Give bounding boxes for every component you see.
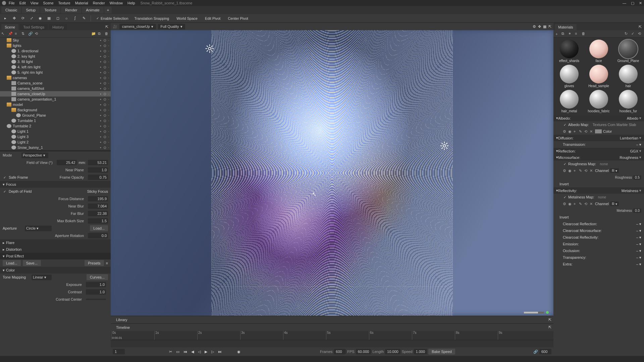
tab-animate[interactable]: Animate: [82, 7, 103, 13]
tree-item[interactable]: Turntable 2•⊙·: [0, 123, 111, 129]
quality-dropdown[interactable]: Full Quality▾: [158, 24, 185, 29]
clear-icon[interactable]: ✕: [590, 202, 594, 206]
presets-button[interactable]: Presets: [85, 260, 104, 266]
step-back-icon[interactable]: ◀: [190, 349, 195, 355]
edit-icon[interactable]: ✎: [579, 169, 583, 173]
tree-item[interactable]: cameras•⊙·: [0, 75, 111, 80]
speed-value[interactable]: 1.000: [414, 349, 427, 354]
menu-file[interactable]: File: [9, 1, 15, 5]
section-microsurface[interactable]: ▾ Microsurface:Roughness ▾: [553, 154, 644, 161]
section-focus[interactable]: ▾Focus: [0, 181, 111, 188]
section-reflectivity[interactable]: ▾ Reflectivity:Metalness ▾: [553, 187, 644, 194]
frames-value[interactable]: 600: [334, 349, 346, 354]
section-diffusion[interactable]: ▾ Diffusion:Lambertian ▾: [553, 135, 644, 141]
tree-item[interactable]: 4. left rim light•⊙·: [0, 64, 111, 70]
tree-item[interactable]: 1. directional•⊙·: [0, 48, 111, 54]
tab-texture[interactable]: Texture: [40, 7, 60, 13]
lasso-tool-icon[interactable]: ʃ: [72, 15, 78, 22]
tree-item[interactable]: camera_fullShot•⊙·: [0, 86, 111, 91]
library-icon[interactable]: ≡: [575, 32, 580, 36]
menu-render[interactable]: Render: [93, 1, 105, 5]
material-swatch[interactable]: effect_shards: [555, 40, 583, 63]
extra-label[interactable]: Extra:: [563, 262, 573, 266]
popout-timeline-icon[interactable]: ⇱: [548, 325, 551, 329]
play-icon[interactable]: ▶: [203, 349, 209, 355]
menu-help[interactable]: Help: [127, 1, 135, 5]
add-material-icon[interactable]: ＋: [555, 32, 559, 36]
expand-icon[interactable]: ✥: [538, 24, 541, 29]
contrast-value[interactable]: 1.0: [86, 289, 106, 295]
tree-item[interactable]: camera_presentation_1•⊙·: [0, 97, 111, 102]
tab-tool-settings[interactable]: Tool Settings: [20, 24, 48, 30]
tree-item[interactable]: Light 2•⊙·: [0, 139, 111, 145]
menu-scene[interactable]: Scene: [43, 1, 53, 5]
material-swatch[interactable]: hoodies_fur: [614, 90, 642, 113]
section-flare[interactable]: ▸Flare: [0, 239, 111, 246]
invert-label[interactable]: Invert: [556, 215, 569, 219]
curves-button[interactable]: Curves...: [87, 274, 108, 280]
merge-icon[interactable]: ✶: [568, 32, 573, 36]
tree-item[interactable]: lights•⊙·: [0, 43, 111, 48]
select-tool-icon[interactable]: ▸: [2, 15, 9, 22]
cut-icon[interactable]: ✂: [168, 349, 173, 355]
tree-item[interactable]: camera_closeUp•⊙·: [0, 91, 111, 97]
clearcoat-reflection-label[interactable]: Clearcoat Reflection:: [563, 222, 597, 226]
near-plane-value[interactable]: 1.0: [88, 167, 108, 173]
tree-item[interactable]: model•⊙·: [0, 102, 111, 107]
pick-icon[interactable]: ⌖: [574, 169, 578, 173]
roughness-map-value[interactable]: none: [600, 162, 608, 166]
frame-opacity-value[interactable]: 0.75: [88, 175, 108, 180]
go-start-icon[interactable]: ⏮: [182, 349, 189, 354]
grid-icon[interactable]: ▦: [543, 24, 546, 29]
tree-item[interactable]: 3. fill light•⊙·: [0, 59, 111, 64]
aperture-dropdown[interactable]: Circle ▾: [25, 226, 52, 231]
material-swatch[interactable]: hair: [614, 65, 642, 88]
circle-tool-icon[interactable]: ○: [63, 15, 70, 22]
menu-texture[interactable]: Texture: [58, 1, 70, 5]
clearcoat-reflectivity-label[interactable]: Clearcoat Reflectivity:: [563, 235, 598, 239]
link-timeline-icon[interactable]: 🔗: [533, 350, 538, 354]
light-gizmo-icon[interactable]: [205, 44, 215, 54]
roughness-value[interactable]: 0.5: [633, 175, 641, 180]
enable-selection-toggle[interactable]: ✓Enable Selection: [94, 16, 130, 20]
tree-item[interactable]: 5. right rim light•⊙·: [0, 70, 111, 75]
sticky-focus-button[interactable]: Sticky Focus: [87, 189, 108, 193]
cursor-icon[interactable]: ↖: [1, 32, 6, 36]
transparency-label[interactable]: Transparency:: [563, 255, 586, 259]
popout-icon[interactable]: ⇱: [104, 24, 109, 30]
max-bokeh-value[interactable]: 1.5: [88, 218, 108, 224]
copy-icon[interactable]: ⧉: [98, 32, 103, 36]
material-swatch[interactable]: face: [585, 40, 612, 63]
section-color[interactable]: ▾Color: [0, 267, 111, 274]
length-value[interactable]: 10.000: [385, 349, 400, 354]
go-end-icon[interactable]: ⏭: [217, 349, 223, 354]
tree-item[interactable]: 2. key light•⊙·: [0, 54, 111, 59]
tab-timeline[interactable]: Timeline: [113, 325, 133, 330]
edit-icon[interactable]: ✎: [579, 129, 583, 133]
link-icon[interactable]: 🔗: [28, 32, 33, 36]
filter-icon[interactable]: ≡: [15, 32, 19, 36]
section-distortion[interactable]: ▸Distortion: [0, 246, 111, 253]
scene-tree[interactable]: Sky•⊙·lights•⊙·1. directional•⊙·2. key l…: [0, 38, 111, 150]
tab-library[interactable]: Library: [113, 317, 131, 322]
refresh-icon[interactable]: ⟲: [35, 32, 40, 36]
timeline[interactable]: 0s1s2s3s4s5s6s7s8s9s 0:00.01: [111, 331, 553, 347]
tree-item[interactable]: Sky•⊙·: [0, 38, 111, 43]
menu-window[interactable]: Window: [110, 1, 123, 5]
menu-material[interactable]: Material: [75, 1, 88, 5]
sort-icon[interactable]: ⇅: [21, 32, 26, 36]
mode-dropdown[interactable]: Perspective ▾: [21, 153, 48, 158]
gear-icon[interactable]: ⚙: [563, 129, 567, 133]
new-folder-icon[interactable]: 📁: [91, 32, 96, 36]
close-icon[interactable]: ✕: [639, 1, 642, 5]
loop-icon[interactable]: ▭: [175, 349, 181, 355]
eye-icon[interactable]: ◉: [568, 169, 572, 173]
popout-viewport-icon[interactable]: ⇱: [548, 24, 551, 29]
clearcoat-microsurface-label[interactable]: Clearcoat Microsurface:: [563, 229, 602, 233]
tree-item[interactable]: Background•⊙·: [0, 107, 111, 113]
tree-item[interactable]: Ground_Plane•⊙·: [0, 113, 111, 118]
clear-icon[interactable]: ✕: [590, 129, 594, 133]
tab-render[interactable]: Render: [61, 7, 81, 13]
material-swatch[interactable]: hoodies_fabric: [585, 90, 612, 113]
assign-icon[interactable]: ↻: [625, 32, 629, 36]
